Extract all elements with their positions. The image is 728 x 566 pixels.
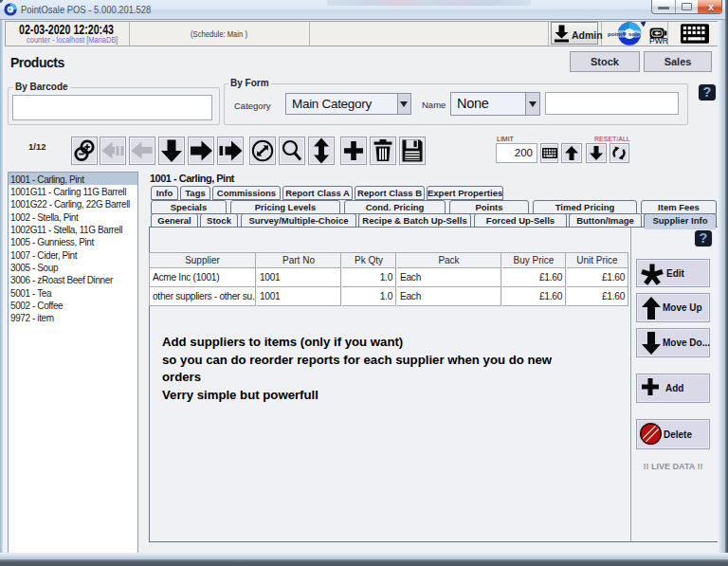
svg-text:point: point bbox=[608, 30, 622, 37]
svg-text:sale: sale bbox=[628, 30, 641, 37]
